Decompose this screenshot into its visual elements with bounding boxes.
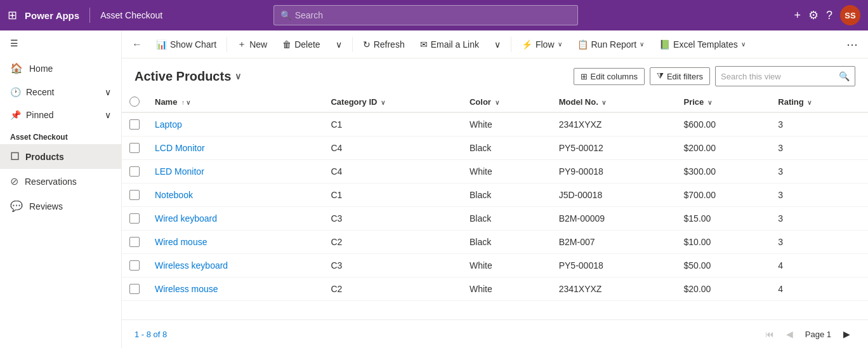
row-name-link[interactable]: Notebook xyxy=(155,190,193,200)
row-price-cell: $10.00 xyxy=(676,231,771,254)
search-icon: 🔍 xyxy=(280,10,291,20)
row-checkbox[interactable] xyxy=(129,143,140,153)
reviews-icon: 💬 xyxy=(10,200,23,212)
row-checkbox[interactable] xyxy=(129,284,140,294)
row-select-cell[interactable] xyxy=(122,160,147,184)
sidebar-item-home[interactable]: 🏠 Home xyxy=(0,56,121,81)
flow-chevron-icon: ∨ xyxy=(558,41,562,48)
excel-chevron-icon: ∨ xyxy=(741,41,746,48)
refresh-icon: ↻ xyxy=(363,39,371,50)
sidebar-item-products[interactable]: ☐ Products xyxy=(0,144,121,169)
delete-button[interactable]: 🗑 Delete xyxy=(276,36,326,53)
row-name-cell: Notebook xyxy=(147,184,323,207)
row-select-cell[interactable] xyxy=(122,254,147,278)
email-icon: ✉ xyxy=(420,39,428,50)
app-title: Asset Checkout xyxy=(100,10,162,20)
run-report-button[interactable]: 📋 Run Report ∨ xyxy=(571,36,651,53)
command-bar: ← 📊 Show Chart ＋ New 🗑 Delete ∨ ↻ Refres… xyxy=(122,30,868,58)
table-row: LCD Monitor C4 Black PY5-00012 $200.00 3 xyxy=(122,137,868,160)
row-checkbox[interactable] xyxy=(129,237,140,247)
row-name-cell: Wired keyboard xyxy=(147,207,323,231)
select-all-checkbox[interactable] xyxy=(129,97,140,107)
row-name-link[interactable]: Laptop xyxy=(155,119,182,130)
more-commands-button[interactable]: ⋯ xyxy=(841,34,863,55)
row-category-cell: C1 xyxy=(323,184,462,207)
search-view-input[interactable] xyxy=(721,72,835,81)
row-price-cell: $20.00 xyxy=(676,278,771,301)
email-link-button[interactable]: ✉ Email a Link xyxy=(414,36,485,53)
grid-icon[interactable]: ⊞ xyxy=(8,8,17,22)
view-actions: ⊞ Edit columns ⧩ Edit filters 🔍 xyxy=(574,66,856,86)
col-header-color[interactable]: Color ∨ xyxy=(462,91,551,112)
sidebar-pinned-group[interactable]: 📌 Pinned ∨ xyxy=(0,104,121,126)
rating-filter-icon: ∨ xyxy=(807,99,812,106)
back-button[interactable]: ← xyxy=(127,34,147,55)
prev-page-button[interactable]: ◀ xyxy=(781,325,799,343)
flow-button[interactable]: ⚡ Flow ∨ xyxy=(515,36,569,53)
pagination-nav: ⏮ ◀ Page 1 ▶ xyxy=(761,325,855,343)
row-name-cell: LCD Monitor xyxy=(147,137,323,160)
edit-columns-button[interactable]: ⊞ Edit columns xyxy=(574,68,645,85)
delete-chevron[interactable]: ∨ xyxy=(329,36,348,53)
row-name-link[interactable]: Wired mouse xyxy=(155,237,207,247)
sidebar-toggle[interactable]: ☰ xyxy=(0,30,121,56)
help-button[interactable]: ? xyxy=(826,9,832,22)
select-all-header[interactable] xyxy=(122,91,147,112)
row-select-cell[interactable] xyxy=(122,207,147,231)
row-select-cell[interactable] xyxy=(122,231,147,254)
row-model-cell: PY9-00018 xyxy=(551,160,676,184)
edit-filters-button[interactable]: ⧩ Edit filters xyxy=(650,67,710,85)
row-checkbox[interactable] xyxy=(129,166,140,177)
view-title[interactable]: Active Products ∨ xyxy=(135,69,241,84)
col-header-name[interactable]: Name ↑∨ xyxy=(147,91,323,112)
row-color-cell: Black xyxy=(462,137,551,160)
row-price-cell: $200.00 xyxy=(676,137,771,160)
row-color-cell: Black xyxy=(462,231,551,254)
col-header-price[interactable]: Price ∨ xyxy=(676,91,771,112)
cmd-sep-2 xyxy=(352,37,353,52)
avatar[interactable]: SS xyxy=(840,5,860,25)
table-header-row: Name ↑∨ Category ID ∨ Color ∨ Model No. … xyxy=(122,91,868,112)
row-name-cell: Laptop xyxy=(147,112,323,137)
category-filter-icon: ∨ xyxy=(381,99,385,106)
table-row: Notebook C1 Black J5D-00018 $700.00 3 xyxy=(122,184,868,207)
row-select-cell[interactable] xyxy=(122,112,147,137)
col-header-category[interactable]: Category ID ∨ xyxy=(323,91,462,112)
nav-separator xyxy=(89,8,90,23)
row-checkbox[interactable] xyxy=(129,213,140,224)
col-header-rating[interactable]: Rating ∨ xyxy=(770,91,868,112)
sidebar-item-reservations[interactable]: ⊘ Reservations xyxy=(0,169,121,194)
row-select-cell[interactable] xyxy=(122,184,147,207)
row-category-cell: C2 xyxy=(323,278,462,301)
row-name-link[interactable]: Wireless mouse xyxy=(155,284,218,294)
settings-button[interactable]: ⚙ xyxy=(808,8,819,22)
new-button[interactable]: ＋ New xyxy=(231,35,273,54)
row-checkbox[interactable] xyxy=(129,260,140,271)
excel-icon: 📗 xyxy=(659,39,670,50)
products-icon: ☐ xyxy=(10,151,19,163)
sidebar-recent-group[interactable]: 🕐 Recent ∨ xyxy=(0,81,121,104)
row-select-cell[interactable] xyxy=(122,278,147,301)
search-view-icon: 🔍 xyxy=(839,71,850,81)
row-name-link[interactable]: Wireless keyboard xyxy=(155,260,228,271)
row-name-link[interactable]: LED Monitor xyxy=(155,166,204,177)
first-page-button[interactable]: ⏮ xyxy=(761,325,779,343)
row-name-link[interactable]: LCD Monitor xyxy=(155,143,205,153)
run-report-chevron-icon: ∨ xyxy=(640,41,644,48)
show-chart-button[interactable]: 📊 Show Chart xyxy=(150,36,223,53)
email-chevron[interactable]: ∨ xyxy=(488,36,507,53)
row-name-link[interactable]: Wired keyboard xyxy=(155,213,217,224)
row-checkbox[interactable] xyxy=(129,190,140,200)
excel-templates-button[interactable]: 📗 Excel Templates ∨ xyxy=(653,36,752,53)
next-page-button[interactable]: ▶ xyxy=(838,325,855,343)
col-header-model[interactable]: Model No. ∨ xyxy=(551,91,676,112)
row-model-cell: B2M-00009 xyxy=(551,207,676,231)
row-checkbox[interactable] xyxy=(129,119,140,130)
sidebar-item-reviews[interactable]: 💬 Reviews xyxy=(0,194,121,218)
add-button[interactable]: + xyxy=(794,9,801,22)
row-select-cell[interactable] xyxy=(122,137,147,160)
row-color-cell: White xyxy=(462,278,551,301)
refresh-button[interactable]: ↻ Refresh xyxy=(357,36,411,53)
asset-checkout-section-label: Asset Checkout xyxy=(0,126,121,144)
global-search-input[interactable] xyxy=(295,10,571,20)
